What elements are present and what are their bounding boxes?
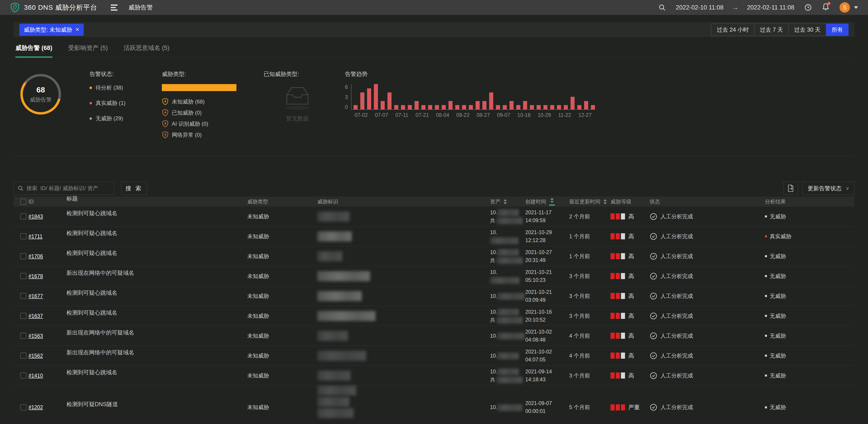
result-text: 无威胁 [770,293,786,300]
column-header-threat-level[interactable]: 威胁等级 [611,198,650,205]
logo-shield-icon [10,2,20,13]
close-icon[interactable]: ✕ [75,27,79,33]
shield-bolt-icon [162,131,168,139]
avatar[interactable]: S [839,2,850,13]
row-checkbox[interactable] [20,213,26,219]
alert-title: 检测到可疑心跳域名 [66,249,247,257]
result-text: 无威胁 [770,404,786,411]
redacted-blur [317,212,349,221]
redacted-blur [497,293,524,300]
alert-asset: 10.共 [490,248,525,265]
result-dot [765,406,767,408]
alert-status-text: 人工分析完成 [660,404,693,411]
time-range-button[interactable]: 过去 7 天 [754,24,789,36]
tab[interactable]: 活跃恶意域名 (5) [124,44,169,58]
alert-status: 人工分析完成 [650,213,765,220]
time-range-button[interactable]: 过去 30 天 [788,24,826,36]
row-checkbox[interactable] [20,233,26,239]
tab[interactable]: 受影响资产 (5) [68,44,108,58]
check-circle-icon [650,403,657,411]
redacted-blur [497,257,523,264]
search-icon[interactable] [658,4,666,11]
threat-type-item[interactable]: 网络异常 (0) [162,131,248,139]
sort-icons[interactable] [504,199,507,204]
date-from[interactable]: 2022-02-10 11:08 [676,4,723,11]
row-checkbox[interactable] [20,293,26,299]
alert-id-link[interactable]: #1562 [29,353,43,359]
search-button[interactable]: 搜 索 [121,182,147,195]
search-input[interactable] [24,185,114,191]
alert-threat-level: 高 [611,272,650,280]
alert-id-link[interactable]: #1563 [29,333,43,339]
column-header-analysis-result[interactable]: 分析结果 [765,198,855,205]
alert-threat-identifier-redacted [317,232,490,241]
time-range-button[interactable]: 过去 24 小时 [711,24,754,36]
row-checkbox[interactable] [20,372,26,378]
notifications-bell-icon[interactable] [822,3,830,12]
trend-bar [475,101,480,110]
user-menu[interactable]: S [839,2,858,13]
column-header-threat-type[interactable]: 威胁类型 [247,198,317,205]
alert-updated-time: 3 个月前 [569,273,611,280]
alert-threat-level: 高 [611,312,650,320]
threat-type-item[interactable]: 已知威胁 (0) [162,109,248,116]
time-range-button[interactable]: 所有 [826,24,848,36]
column-header-status[interactable]: 状态 [650,198,765,205]
alert-id-link[interactable]: #1202 [29,404,43,410]
row-checkbox[interactable] [20,253,26,259]
alert-threat-level: 严重 [611,404,650,411]
select-all-checkbox[interactable] [20,199,26,205]
alert-id-link[interactable]: #1410 [29,373,43,378]
column-header-threat-identifier[interactable]: 威胁标识 [317,198,490,205]
row-checkbox[interactable] [20,353,26,359]
sort-icons-active-desc[interactable] [549,198,555,206]
alert-threat-level: 高 [611,352,650,359]
table-row: #1202 检测到可疑DNS隧道 未知威胁 ... 10. 2021-09-07… [13,386,855,424]
column-header-asset[interactable]: 资产 [490,198,525,205]
alert-created-time: 2021-10-2912:12:28 [525,229,569,244]
update-alert-status-dropdown[interactable]: 更新告警状态 ∨ [802,182,855,195]
filter-tag-threat-type[interactable]: 威胁类型: 未知威胁 ✕ [20,24,84,36]
table-row: #1637 检测到可疑心跳域名 未知威胁 10.共 2021-10-1620:1… [13,306,855,326]
alert-asset: 10. [490,292,525,300]
trend-bar [462,105,466,110]
tab[interactable]: 威胁告警 (68) [16,44,53,58]
alert-threat-identifier-redacted [317,371,490,381]
threat-type-item[interactable]: AI 识别威胁 (0) [162,120,248,127]
clock-icon[interactable] [804,4,812,11]
column-header-created-time[interactable]: 创建时间 [525,198,569,206]
search-icon [18,185,24,191]
column-header-title[interactable]: 标题 [66,195,247,202]
alert-status-legend-item: 待分析 (38) [90,84,153,91]
alert-created-time: 2021-10-2103:09:49 [525,288,569,304]
column-header-id[interactable]: ID [29,199,66,205]
table-row: #1563 新出现在网络中的可疑域名 未知威胁 10. 2021-10-0204… [13,326,855,346]
alert-id-link[interactable]: #1706 [29,253,43,259]
alert-id-link[interactable]: #1678 [29,273,43,279]
trend-bar [360,92,364,110]
alert-id-link[interactable]: #1677 [29,293,43,299]
table-toolbar: 搜 索 更新告警状态 ∨ [13,182,855,195]
column-header-updated-time[interactable]: 最近更新时间 [569,198,611,205]
row-checkbox[interactable] [20,404,26,411]
redacted-blur [317,271,370,281]
chevron-down-icon: ∨ [846,185,849,191]
alert-id-link[interactable]: #1637 [29,313,43,319]
row-checkbox[interactable] [20,333,26,339]
export-button[interactable] [783,182,798,195]
date-to[interactable]: 2022-02-11 11:08 [747,4,794,11]
threat-type-item[interactable]: 未知威胁 (68) [162,98,248,105]
alert-threat-type: 未知威胁 [247,273,317,280]
sort-icons[interactable] [603,199,607,204]
alert-created-time: 2021-10-1620:10:52 [525,308,569,324]
alert-title: 检测到可疑心跳域名 [66,369,247,376]
alert-threat-type: 未知威胁 [247,372,317,379]
app-header: 360 DNS 威胁分析平台 威胁告警 2022-02-10 11:08 → 2… [0,0,868,15]
row-checkbox[interactable] [20,273,26,279]
app-title: 360 DNS 威胁分析平台 [24,3,97,12]
alert-id-link[interactable]: #1711 [29,234,42,239]
redacted-blur [317,386,356,396]
row-checkbox[interactable] [20,313,26,319]
alert-id-link[interactable]: #1843 [29,214,43,219]
hamburger-menu-icon[interactable] [111,4,118,11]
